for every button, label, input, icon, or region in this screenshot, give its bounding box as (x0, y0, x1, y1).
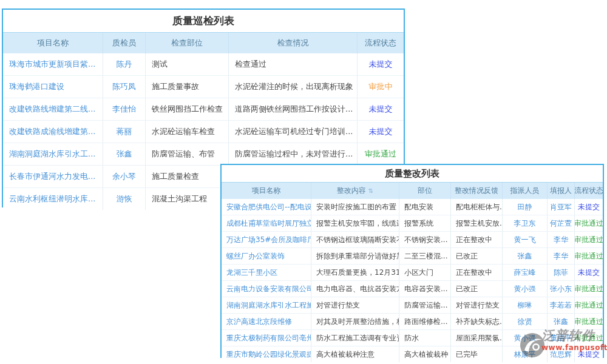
feedback-cell: 屋面采用聚氯... (451, 330, 503, 346)
assignee-link[interactable]: 薛宝峰 (503, 265, 548, 280)
sort-icon[interactable]: ⇅ (368, 187, 373, 194)
table-row[interactable]: 重庆太极制药有限公司亳州中... 防水工程施工选调有专业资质... 防水 屋面采… (222, 330, 603, 346)
status-badge[interactable]: 审批中 (358, 76, 404, 98)
rectify-content-cell: 高大植被栽种注意 (311, 346, 399, 362)
check-part-cell: 铁丝网围挡工作检查 (146, 98, 229, 120)
header-rectify-content[interactable]: 整改内容⇅ (311, 183, 399, 199)
table-row[interactable]: 珠海市城市更新项目紫... 陈丹 测试 检查通过 未提交 (3, 53, 404, 76)
status-badge[interactable]: 审批通过 (575, 232, 603, 248)
table-row[interactable]: 万达广场35#会所及咖啡厅空... 不锈钢边框玻璃隔断安装不牢... 不锈钢安装… (222, 232, 603, 248)
status-badge[interactable]: 审批通过 (575, 297, 603, 313)
inspector-link[interactable]: 蒋丽 (103, 121, 146, 143)
assignee-link[interactable]: 田静 (503, 199, 548, 215)
rectify-content-cell: 拆除到承重墙部分请做好加固... (311, 248, 399, 264)
check-part-cell: 防腐管运输、布管 (146, 143, 229, 165)
status-badge[interactable]: 审批通过 (358, 143, 404, 165)
table-row[interactable]: 重庆市鹅岭公园绿化景观提升... 高大植被栽种注意 高大植被栽种 已完毕 林康平… (222, 346, 603, 362)
inspector-link[interactable]: 李佳怡 (103, 98, 146, 120)
status-badge[interactable]: 审批通过 (575, 281, 603, 297)
status-badge[interactable]: 未提交 (358, 53, 404, 75)
assignee-link[interactable]: 黄小强 (503, 281, 548, 297)
reporter-link[interactable]: 张小东 (548, 281, 575, 297)
reporter-link[interactable]: 陈菲 (548, 265, 575, 280)
table-row[interactable]: 湖南洞庭湖水库引水工程施工标 对管进行垫支 防腐管运输... 对管进行垫支 柳琳… (222, 297, 603, 314)
rectification-table-header: 项目名称 整改内容⇅ 部位 整改情况反馈 指派人员 填报人 流程状态 (222, 183, 603, 199)
status-badge[interactable]: 未提交 (358, 98, 404, 120)
status-badge[interactable]: 审批通过 (575, 330, 603, 346)
assignee-link[interactable]: 张鑫 (503, 248, 548, 264)
status-badge[interactable]: 未提交 (358, 121, 404, 143)
project-link[interactable]: 万达广场35#会所及咖啡厅空... (222, 232, 311, 248)
header-check-part: 检查部位 (146, 33, 229, 53)
reporter-link[interactable]: 李华 (548, 232, 575, 248)
table-row[interactable]: 云南电力设备安装有限公司20... 电力电容器、电抗器安装方案... 电容器安装… (222, 281, 603, 297)
project-link[interactable]: 改建铁路成渝线增建第... (3, 121, 103, 143)
project-link[interactable]: 龙湖三千里小区 (222, 265, 311, 280)
header-feedback: 整改情况反馈 (451, 183, 503, 199)
check-situation-cell: 防腐管运输过程中，未对管进行... (229, 143, 358, 165)
table-row[interactable]: 京沪高速北京段维修 对其及时开展整治措施，桥头... 路面维修检... 补齐缺失… (222, 314, 603, 330)
project-link[interactable]: 重庆市鹅岭公园绿化景观提升... (222, 346, 311, 362)
inspector-link[interactable]: 陈巧凤 (103, 76, 146, 98)
part-cell: 小区大门 (399, 265, 451, 280)
status-badge[interactable]: 未提交 (575, 199, 603, 215)
reporter-link[interactable]: 何芷萱 (548, 215, 575, 231)
table-row[interactable]: 螺丝厂办公室装饰 拆除到承重墙部分请做好加固... 二至三楼混... 已改正 张… (222, 248, 603, 265)
project-link[interactable]: 云南水利枢纽潜明水库... (3, 188, 103, 210)
project-link[interactable]: 珠海市城市更新项目紫... (3, 53, 103, 75)
project-link[interactable]: 湖南洞庭湖水库引水工程施工标 (222, 297, 311, 313)
check-part-cell: 施工质量事故 (146, 76, 229, 98)
inspector-link[interactable]: 张鑫 (103, 143, 146, 165)
project-link[interactable]: 珠海鹤港口建设 (3, 76, 103, 98)
project-link[interactable]: 湖南洞庭湖水库引水工... (3, 143, 103, 165)
assignee-link[interactable]: 黄一飞 (503, 232, 548, 248)
rectify-content-cell: 大理石质量更换，12月31日之... (311, 265, 399, 280)
project-link[interactable]: 长春市伊通河水力发电... (3, 166, 103, 187)
project-link[interactable]: 安徽合肥供电公司--配电设备... (222, 199, 311, 215)
project-link[interactable]: 成都杜甫草堂临时展厅独立展... (222, 215, 311, 231)
rectify-content-cell: 电力电容器、电抗器安装方案... (311, 281, 399, 297)
header-assignee: 指派人员 (503, 183, 548, 199)
part-cell: 防腐管运输... (399, 297, 451, 313)
check-part-cell: 测试 (146, 53, 229, 75)
status-badge[interactable]: 审批通过 (575, 248, 603, 264)
header-check-situation: 检查情况 (229, 33, 358, 53)
table-row[interactable]: 珠海鹤港口建设 陈巧凤 施工质量事故 水泥砼灌注的时候，出现离析现象 审批中 (3, 76, 404, 98)
table-row[interactable]: 湖南洞庭湖水库引水工... 张鑫 防腐管运输、布管 防腐管运输过程中，未对管进行… (3, 143, 404, 166)
assignee-link[interactable]: 李卫东 (503, 215, 548, 231)
assignee-link[interactable]: 黄小强 (503, 330, 548, 346)
header-rectify-content-label: 整改内容 (337, 186, 366, 196)
status-badge[interactable]: 未提交 (575, 265, 603, 280)
status-badge[interactable]: 未提交 (575, 346, 603, 362)
inspector-link[interactable]: 游恢 (103, 188, 146, 210)
project-link[interactable]: 京沪高速北京段维修 (222, 314, 311, 329)
table-row[interactable]: 改建铁路成渝线增建第... 蒋丽 水泥砼运输车检查 水泥砼运输车司机经过专门培训… (3, 121, 404, 143)
assignee-link[interactable]: 徐贤 (503, 314, 548, 329)
table-row[interactable]: 龙湖三千里小区 大理石质量更换，12月31日之... 小区大门 正在整改中 薛宝… (222, 265, 603, 281)
assignee-link[interactable]: 林康平 (503, 346, 548, 362)
assignee-link[interactable]: 柳琳 (503, 297, 548, 313)
reporter-link[interactable]: 张鑫 (548, 314, 575, 329)
table-row[interactable]: 成都杜甫草堂临时展厅独立展... 报警主机安放牢固，线缆连接... 报警系统 报… (222, 215, 603, 232)
project-link[interactable]: 改建铁路线增建第二线... (3, 98, 103, 120)
check-part-cell: 水泥砼运输车检查 (146, 121, 229, 143)
status-badge[interactable]: 审批通过 (575, 215, 603, 231)
project-link[interactable]: 螺丝厂办公室装饰 (222, 248, 311, 264)
table-row[interactable]: 改建铁路线增建第二线... 李佳怡 铁丝网围挡工作检查 道路两侧铁丝网围挡工作按… (3, 98, 404, 121)
reporter-link[interactable]: 肖亚军 (548, 199, 575, 215)
status-badge[interactable]: 审批通过 (575, 314, 603, 329)
inspector-link[interactable]: 陈丹 (103, 53, 146, 75)
reporter-link[interactable]: 范思辉 (548, 346, 575, 362)
project-link[interactable]: 云南电力设备安装有限公司20... (222, 281, 311, 297)
header-project-name: 项目名称 (222, 183, 311, 199)
project-link[interactable]: 重庆太极制药有限公司亳州中... (222, 330, 311, 346)
reporter-link[interactable]: 董清平 (548, 330, 575, 346)
feedback-cell: 对管进行垫支 (451, 297, 503, 313)
inspector-link[interactable]: 余小琴 (103, 166, 146, 187)
feedback-cell: 正在整改中 (451, 265, 503, 280)
reporter-link[interactable]: 李华 (548, 248, 575, 264)
table-row[interactable]: 安徽合肥供电公司--配电设备... 安装时应按施工图的布置，将... 配电安装 … (222, 199, 603, 215)
feedback-cell: 报警主机安放... (451, 215, 503, 231)
reporter-link[interactable]: 李若若 (548, 297, 575, 313)
header-part: 部位 (399, 183, 451, 199)
